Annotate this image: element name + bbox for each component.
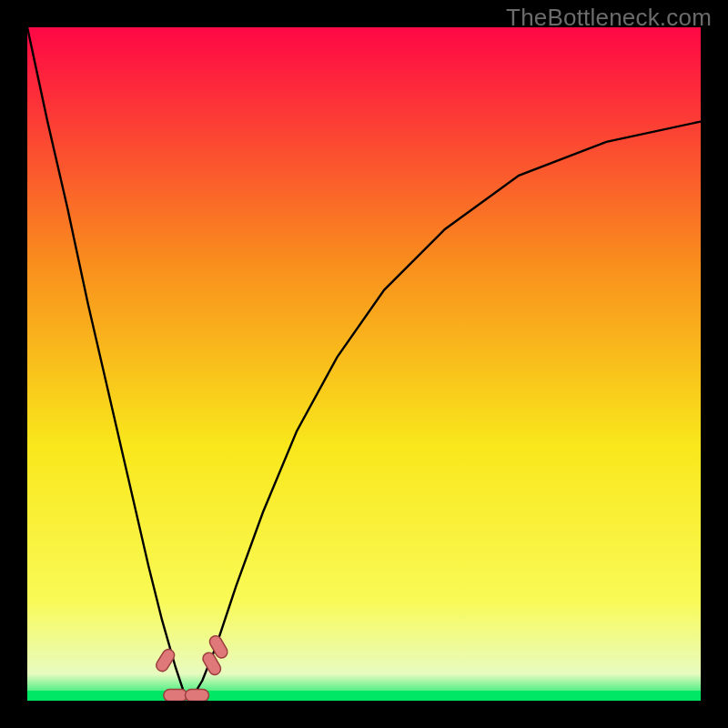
chart-canvas: TheBottleneck.com xyxy=(0,0,728,728)
baseline-band xyxy=(27,691,701,701)
plot-area xyxy=(27,27,701,701)
watermark-text: TheBottleneck.com xyxy=(506,4,712,32)
marker-1 xyxy=(164,690,187,701)
marker-2 xyxy=(185,690,208,701)
gradient-background xyxy=(27,27,701,701)
